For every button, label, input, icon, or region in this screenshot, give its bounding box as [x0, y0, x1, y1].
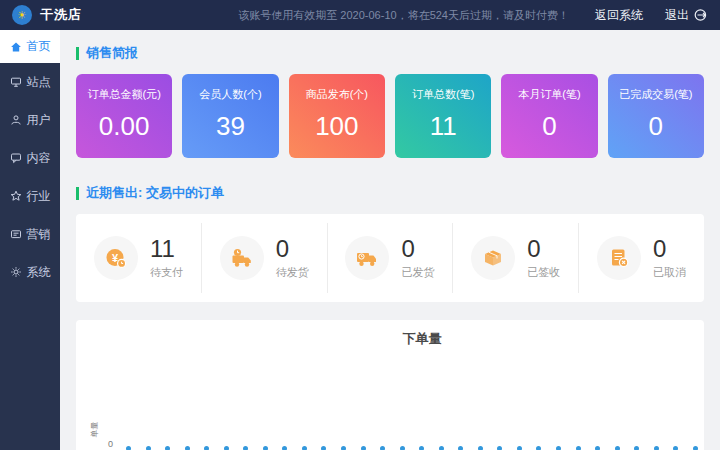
stat-value: 0 — [401, 236, 434, 261]
stat-label: 已取消 — [653, 265, 686, 280]
section-title-recent: 近期售出: 交易中的订单 — [86, 184, 224, 202]
data-point — [693, 446, 698, 450]
recent-orders-header: 近期售出: 交易中的订单 — [76, 184, 704, 202]
card-value: 100 — [289, 111, 385, 142]
card-total-orders: 订单总数(笔) 11 — [395, 74, 491, 158]
sidebar-item-marketing[interactable]: 营销 — [0, 215, 60, 253]
data-point — [243, 446, 248, 450]
chart-title: 下单量 — [108, 320, 720, 348]
card-label: 商品发布(个) — [289, 87, 385, 102]
data-point — [419, 446, 424, 450]
sales-summary-header: 销售简报 — [76, 44, 704, 62]
app-title: 干洗店 — [40, 6, 82, 24]
data-point — [478, 446, 483, 450]
data-point — [185, 446, 190, 450]
chart-points-row — [126, 446, 698, 450]
card-member-count: 会员人数(个) 39 — [182, 74, 278, 158]
home-icon — [10, 41, 22, 53]
sidebar-item-users[interactable]: 用户 — [0, 101, 60, 139]
marketing-icon — [10, 228, 22, 240]
data-point — [517, 446, 522, 450]
accent-bar — [76, 187, 79, 200]
logout-label: 退出 — [665, 7, 689, 24]
data-point — [282, 446, 287, 450]
sidebar-item-home[interactable]: 首页 — [0, 30, 60, 63]
data-point — [146, 446, 151, 450]
stat-cancelled: 0 已取消 — [579, 223, 704, 293]
topbar: ☀ 干洗店 该账号使用有效期至 2020-06-10，将在524天后过期，请及时… — [0, 0, 720, 30]
sidebar-item-label: 首页 — [27, 38, 51, 55]
content-icon — [10, 152, 22, 164]
stat-label: 待支付 — [150, 265, 183, 280]
app-logo-icon: ☀ — [12, 5, 32, 25]
data-point — [302, 446, 307, 450]
card-order-amount: 订单总金额(元) 0.00 — [76, 74, 172, 158]
card-products-published: 商品发布(个) 100 — [289, 74, 385, 158]
data-point — [556, 446, 561, 450]
card-value: 0 — [501, 111, 597, 142]
expiry-notice: 该账号使用有效期至 2020-06-10，将在524天后过期，请及时付费！ — [238, 8, 569, 23]
sidebar-item-industry[interactable]: 行业 — [0, 177, 60, 215]
stat-label: 已发货 — [401, 265, 434, 280]
card-value: 39 — [182, 111, 278, 142]
logout-icon — [694, 8, 708, 22]
stat-shipped: 0 已发货 — [328, 223, 454, 293]
card-month-orders: 本月订单(笔) 0 — [501, 74, 597, 158]
data-point — [400, 446, 405, 450]
sidebar-item-label: 营销 — [27, 226, 51, 243]
stat-value: 11 — [150, 236, 183, 261]
stat-label: 已签收 — [527, 265, 560, 280]
sidebar-item-label: 系统 — [27, 264, 51, 281]
data-point — [224, 446, 229, 450]
box-icon — [481, 246, 505, 270]
data-point — [321, 446, 326, 450]
user-icon — [10, 114, 22, 126]
data-point — [204, 446, 209, 450]
system-gear-icon — [10, 266, 22, 278]
data-point — [536, 446, 541, 450]
data-point — [263, 446, 268, 450]
data-point — [165, 446, 170, 450]
data-point — [458, 446, 463, 450]
card-label: 订单总数(笔) — [395, 87, 491, 102]
stat-value: 0 — [276, 236, 309, 261]
data-point — [673, 446, 678, 450]
sidebar-item-content[interactable]: 内容 — [0, 139, 60, 177]
logout-button[interactable]: 退出 — [665, 7, 708, 24]
chart-y-tick-zero: 0 — [108, 439, 113, 449]
card-value: 11 — [395, 111, 491, 142]
section-title-sales: 销售简报 — [86, 44, 138, 62]
card-label: 本月订单(笔) — [501, 87, 597, 102]
brand: ☀ 干洗店 — [12, 5, 82, 25]
chart-y-axis-name: 单量 — [89, 422, 100, 438]
sidebar-item-site[interactable]: 站点 — [0, 63, 60, 101]
sidebar-item-label: 内容 — [27, 150, 51, 167]
card-value: 0 — [608, 111, 704, 142]
card-value: 0.00 — [76, 111, 172, 142]
stat-label: 待发货 — [276, 265, 309, 280]
site-icon — [10, 76, 22, 88]
order-volume-chart: 下单量 单量 0 — [76, 320, 704, 450]
doc-cancel-icon — [607, 246, 631, 270]
stat-value: 0 — [527, 236, 560, 261]
sidebar-item-label: 站点 — [27, 74, 51, 91]
data-point — [634, 446, 639, 450]
sidebar-item-system[interactable]: 系统 — [0, 253, 60, 291]
back-to-system-link[interactable]: 返回系统 — [595, 7, 643, 24]
data-point — [126, 446, 131, 450]
card-completed-deals: 已完成交易(笔) 0 — [608, 74, 704, 158]
data-point — [361, 446, 366, 450]
card-label: 会员人数(个) — [182, 87, 278, 102]
data-point — [595, 446, 600, 450]
industry-star-icon — [10, 190, 22, 202]
stat-value: 0 — [653, 236, 686, 261]
sidebar-item-label: 用户 — [27, 112, 51, 129]
truck-clock-icon — [230, 246, 254, 270]
stat-pending-payment: ¥ 11 待支付 — [76, 223, 202, 293]
data-point — [654, 446, 659, 450]
card-label: 订单总金额(元) — [76, 87, 172, 102]
data-point — [341, 446, 346, 450]
sidebar: 首页 站点 用户 内容 行业 营销 — [0, 30, 60, 450]
coin-yen-icon: ¥ — [104, 246, 128, 270]
data-point — [380, 446, 385, 450]
